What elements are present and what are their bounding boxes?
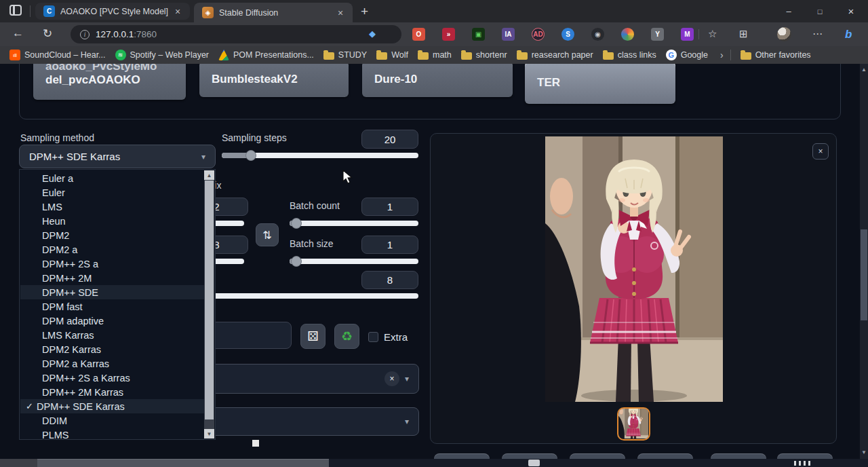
slider-handle[interactable] [291, 218, 302, 229]
sampler-option[interactable]: DPM++ 2M [20, 271, 205, 285]
tab-stable-diffusion[interactable]: ◈ Stable Diffusion × [194, 3, 353, 22]
close-gallery-icon[interactable]: × [812, 143, 829, 160]
dropdown-scrollbar[interactable]: ▲ ▼ [204, 170, 214, 438]
sampler-option[interactable]: DPM2 [20, 228, 205, 242]
sampling-steps-input[interactable]: 20 [361, 130, 418, 149]
bookmark-pom[interactable]: POM Presentations... [218, 50, 314, 60]
generated-image[interactable] [545, 136, 723, 402]
folder-icon [376, 52, 387, 60]
gallery-thumbnail-selected[interactable] [617, 407, 650, 441]
extension-icon-7[interactable]: ◉ [591, 28, 604, 41]
chevron-down-icon: ▾ [201, 152, 205, 162]
cfg-scale-input[interactable]: 8 [361, 271, 418, 289]
bookmark-folder-shortenr[interactable]: shortenr [461, 50, 507, 60]
extension-icon-10[interactable]: M [681, 28, 694, 41]
sampler-option[interactable]: LMS [20, 200, 205, 214]
extension-icon-3[interactable]: ▣ [472, 28, 485, 41]
bookmark-folder-study[interactable]: STUDY [323, 50, 367, 60]
batch-count-input[interactable]: 1 [361, 198, 418, 216]
scroll-down-icon[interactable]: ▼ [204, 429, 214, 438]
slider-handle[interactable] [291, 256, 302, 267]
bookmark-soundcloud[interactable]: ıllSoundCloud – Hear... [9, 50, 106, 60]
extension-icon-8[interactable] [621, 28, 634, 41]
extension-icon-2[interactable]: » [442, 28, 455, 41]
bookmark-folder-class-links[interactable]: class links [603, 50, 656, 60]
bookmark-other-favorites[interactable]: Other favorites [741, 50, 811, 60]
page-horizontal-scrollbar[interactable] [0, 459, 868, 467]
site-info-icon[interactable]: i [80, 30, 90, 39]
tab-close-icon[interactable]: × [172, 6, 183, 17]
tab-actions-icon[interactable] [9, 5, 22, 16]
bookmark-folder-wolf[interactable]: Wolf [376, 50, 408, 60]
shopping-tag-icon[interactable]: ◆ [369, 29, 376, 39]
clear-styles-icon[interactable]: × [384, 371, 399, 386]
bookmark-folder-reasearch-paper[interactable]: reasearch paper [517, 50, 593, 60]
address-bar[interactable]: i 127.0.0.1:7860 ◆ [71, 25, 401, 43]
random-seed-dice-button[interactable]: ⚄ [300, 324, 326, 349]
sampler-option-hovered[interactable]: DPM++ SDE [20, 285, 205, 299]
tab-aoaoko[interactable]: C AOAOKO [PVC Style Model] - PV × [35, 3, 190, 20]
scroll-up-icon[interactable]: ▲ [204, 170, 214, 180]
sampler-option[interactable]: DPM++ 2S a [20, 257, 205, 271]
sampler-option[interactable]: DDIM [20, 413, 205, 428]
profile-avatar[interactable] [777, 27, 791, 41]
reuse-seed-recycle-button[interactable]: ♻ [334, 324, 359, 349]
sampler-option[interactable]: DPM++ 2M Karras [20, 385, 205, 399]
extension-icon-4[interactable]: IA [502, 28, 515, 41]
sampler-option[interactable]: DPM2 a [20, 242, 205, 257]
restore-button[interactable]: □ [804, 0, 835, 22]
extra-checkbox[interactable] [368, 332, 378, 342]
minimize-button[interactable]: – [773, 0, 804, 22]
divider [730, 50, 731, 60]
bookmark-google[interactable]: GGoogle [666, 50, 708, 60]
new-tab-button[interactable]: + [361, 4, 368, 19]
sampler-option[interactable]: LMS Karras [20, 328, 205, 342]
gradio-favicon: ◈ [202, 7, 214, 18]
sampler-option[interactable]: DPM++ 2S a Karras [20, 371, 205, 385]
sampler-option[interactable]: DPM adaptive [20, 314, 205, 328]
split-screen-icon[interactable]: ⊞ [739, 28, 748, 40]
sampler-option[interactable]: DPM2 Karras [20, 342, 205, 356]
sampling-steps-slider[interactable] [222, 153, 418, 158]
sampler-option[interactable]: Heun [20, 214, 205, 228]
sampler-option-selected[interactable]: ✓DPM++ SDE Karras [20, 399, 205, 413]
bookmarks-overflow-chevron[interactable]: › [720, 50, 724, 60]
swap-dimensions-button[interactable]: ⇅ [256, 223, 279, 246]
back-button[interactable]: ← [12, 26, 24, 40]
sampling-steps-label: Sampling steps [222, 132, 287, 143]
collections-icon[interactable]: ☆ [708, 28, 717, 40]
resize-grip[interactable] [252, 440, 259, 447]
scrollbar-corner [0, 459, 37, 467]
batch-count-slider[interactable] [290, 221, 418, 226]
sampler-option[interactable]: DPM fast [20, 299, 205, 314]
bookmark-folder-math[interactable]: math [418, 50, 452, 60]
copilot-icon[interactable]: b [845, 28, 852, 41]
refresh-button[interactable]: ↻ [43, 26, 52, 41]
sampler-option[interactable]: PLMS [20, 428, 205, 442]
extension-icon-6[interactable]: S [561, 28, 574, 41]
scrollbar-thumb[interactable] [37, 459, 329, 467]
checkpoint-card-del-pvcaoaoko[interactable]: aoaoko_PvcStyleMo del_pvcAOAOKO [33, 64, 186, 100]
slider-handle[interactable] [245, 150, 256, 161]
scroll-down-icon[interactable]: ▼ [860, 449, 868, 455]
page-vertical-scrollbar[interactable]: ▲ ▼ [860, 64, 868, 467]
extension-icon-5[interactable]: AD [532, 28, 545, 41]
scrollbar-thumb[interactable] [861, 229, 867, 320]
settings-menu-icon[interactable]: ⋯ [812, 28, 823, 40]
checkpoint-card-dure10[interactable]: Dure-10 [362, 64, 513, 97]
sampling-method-select[interactable]: DPM++ SDE Karras▾ [19, 145, 216, 168]
extension-icon-1[interactable]: O [412, 28, 425, 41]
batch-size-slider[interactable] [290, 259, 418, 264]
scrollbar-thumb[interactable] [205, 181, 214, 419]
extension-icon-9[interactable]: Y [651, 28, 664, 41]
bookmark-spotify[interactable]: ≋Spotify – Web Player [115, 50, 210, 60]
scroll-up-icon[interactable]: ▲ [860, 67, 868, 73]
sampler-option[interactable]: DPM2 a Karras [20, 356, 205, 371]
close-window-button[interactable]: × [835, 0, 867, 22]
checkpoint-card-bumblesteak[interactable]: BumblesteakV2 [199, 64, 349, 97]
sampler-option[interactable]: Euler a [20, 171, 205, 185]
checkpoint-card-ter[interactable]: TER [525, 64, 675, 104]
tab-close-icon[interactable]: × [335, 7, 346, 18]
sampler-option[interactable]: Euler [20, 185, 205, 200]
batch-size-input[interactable]: 1 [361, 236, 418, 254]
